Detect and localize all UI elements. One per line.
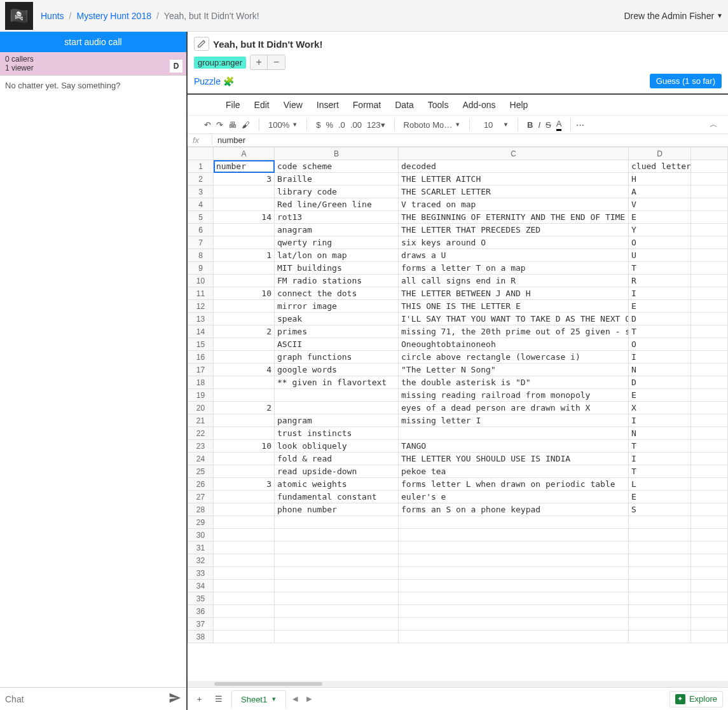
italic-icon[interactable]: I bbox=[538, 120, 540, 130]
cell[interactable]: circle above rectangle (lowercase i) bbox=[399, 351, 629, 364]
cell[interactable]: THE LETTER THAT PRECEDES ZED bbox=[399, 224, 629, 236]
row-header[interactable]: 37 bbox=[188, 618, 214, 631]
cell[interactable] bbox=[399, 580, 629, 592]
puzzle-link[interactable]: Puzzle 🧩 bbox=[194, 76, 234, 86]
cell[interactable] bbox=[214, 554, 275, 567]
corner-cell[interactable] bbox=[188, 147, 214, 160]
tab-nav-left[interactable]: ◀ bbox=[292, 695, 298, 703]
cell[interactable] bbox=[629, 554, 691, 567]
menu-help[interactable]: Help bbox=[510, 100, 528, 110]
cell[interactable]: number bbox=[214, 160, 275, 173]
row-header[interactable]: 9 bbox=[188, 262, 214, 275]
cell[interactable]: read upside-down bbox=[275, 465, 399, 478]
undo-icon[interactable]: ↶ bbox=[204, 120, 211, 130]
cell[interactable]: 1 bbox=[214, 249, 275, 262]
menu-insert[interactable]: Insert bbox=[317, 100, 339, 110]
cell[interactable] bbox=[275, 592, 399, 605]
cell[interactable]: O bbox=[629, 236, 691, 249]
chat-input[interactable] bbox=[5, 694, 168, 704]
row-header[interactable]: 7 bbox=[188, 236, 214, 249]
cell[interactable] bbox=[399, 516, 629, 529]
cell[interactable]: phone number bbox=[275, 503, 399, 516]
row-header[interactable]: 34 bbox=[188, 580, 214, 592]
row-header[interactable]: 11 bbox=[188, 287, 214, 300]
cell[interactable] bbox=[691, 262, 728, 275]
cell[interactable] bbox=[214, 605, 275, 618]
cell[interactable] bbox=[691, 287, 728, 300]
breadcrumb-root[interactable]: Hunts bbox=[41, 11, 64, 21]
cell[interactable]: Red line/Green line bbox=[275, 198, 399, 211]
cell[interactable]: all call signs end in R bbox=[399, 275, 629, 287]
cell[interactable]: look obliquely bbox=[275, 440, 399, 453]
cell[interactable] bbox=[691, 313, 728, 325]
row-header[interactable]: 33 bbox=[188, 567, 214, 580]
cell[interactable]: library code bbox=[275, 186, 399, 198]
font-size-select[interactable]: 10 ▼ bbox=[475, 120, 512, 130]
cell[interactable]: THE LETTER BETWEEN J AND H bbox=[399, 287, 629, 300]
cell[interactable]: 3 bbox=[214, 478, 275, 491]
cell[interactable]: THE LETTER YOU SHOULD USE IS INDIA bbox=[399, 453, 629, 465]
grid[interactable]: ABCD 1numbercode schemedecodedclued lett… bbox=[188, 147, 728, 681]
row-header[interactable]: 2 bbox=[188, 173, 214, 186]
cell[interactable]: fold & read bbox=[275, 453, 399, 465]
menu-data[interactable]: Data bbox=[395, 100, 414, 110]
cell[interactable]: 4 bbox=[214, 364, 275, 376]
row-header[interactable]: 20 bbox=[188, 402, 214, 414]
cell[interactable]: FM radio stations bbox=[275, 275, 399, 287]
cell[interactable] bbox=[629, 542, 691, 554]
horizontal-scrollbar[interactable] bbox=[188, 681, 728, 687]
cell[interactable] bbox=[214, 618, 275, 631]
cell[interactable] bbox=[691, 402, 728, 414]
cell[interactable] bbox=[399, 592, 629, 605]
breadcrumb-hunt[interactable]: Mystery Hunt 2018 bbox=[76, 11, 151, 21]
cell[interactable]: ASCII bbox=[275, 338, 399, 351]
row-header[interactable]: 12 bbox=[188, 300, 214, 313]
cell[interactable] bbox=[214, 465, 275, 478]
formula-value[interactable]: number bbox=[212, 135, 245, 145]
cell[interactable]: D bbox=[629, 376, 691, 389]
cell[interactable]: Oneoughtobtainoneoh bbox=[399, 338, 629, 351]
row-header[interactable]: 25 bbox=[188, 465, 214, 478]
menu-view[interactable]: View bbox=[284, 100, 303, 110]
row-header[interactable]: 4 bbox=[188, 198, 214, 211]
cell[interactable] bbox=[691, 542, 728, 554]
cell[interactable] bbox=[214, 262, 275, 275]
cell[interactable]: E bbox=[629, 211, 691, 224]
row-header[interactable]: 36 bbox=[188, 605, 214, 618]
row-header[interactable]: 32 bbox=[188, 554, 214, 567]
add-tag-button[interactable]: + bbox=[250, 55, 268, 70]
cell[interactable] bbox=[691, 529, 728, 542]
cell[interactable]: R bbox=[629, 275, 691, 287]
cell[interactable] bbox=[691, 338, 728, 351]
row-header[interactable]: 15 bbox=[188, 338, 214, 351]
cell[interactable] bbox=[214, 427, 275, 440]
cell[interactable] bbox=[214, 351, 275, 364]
guess-button[interactable]: Guess (1 so far) bbox=[650, 74, 722, 88]
cell[interactable]: six keys around O bbox=[399, 236, 629, 249]
cell[interactable] bbox=[691, 465, 728, 478]
cell[interactable] bbox=[214, 453, 275, 465]
cell[interactable] bbox=[214, 198, 275, 211]
cell[interactable]: THE SCARLET LETTER bbox=[399, 186, 629, 198]
cell[interactable]: Y bbox=[629, 224, 691, 236]
cell[interactable] bbox=[691, 618, 728, 631]
cell[interactable]: forms an S on a phone keypad bbox=[399, 503, 629, 516]
cell[interactable] bbox=[275, 554, 399, 567]
cell[interactable]: missing letter I bbox=[399, 414, 629, 427]
cell[interactable]: T bbox=[629, 465, 691, 478]
row-header[interactable]: 5 bbox=[188, 211, 214, 224]
cell[interactable] bbox=[214, 592, 275, 605]
cell[interactable] bbox=[691, 491, 728, 503]
row-header[interactable]: 31 bbox=[188, 542, 214, 554]
start-audio-button[interactable]: start audio call bbox=[0, 32, 186, 52]
col-header-A[interactable]: A bbox=[214, 147, 275, 160]
cell[interactable] bbox=[691, 376, 728, 389]
cell[interactable] bbox=[214, 414, 275, 427]
cell[interactable]: decoded bbox=[399, 160, 629, 173]
cell[interactable]: THE BEGINNING OF ETERNITY AND THE END OF… bbox=[399, 211, 629, 224]
cell[interactable]: pangram bbox=[275, 414, 399, 427]
paint-format-icon[interactable]: 🖌 bbox=[242, 120, 250, 130]
row-header[interactable]: 18 bbox=[188, 376, 214, 389]
cell[interactable]: I bbox=[629, 453, 691, 465]
menu-edit[interactable]: Edit bbox=[254, 100, 270, 110]
